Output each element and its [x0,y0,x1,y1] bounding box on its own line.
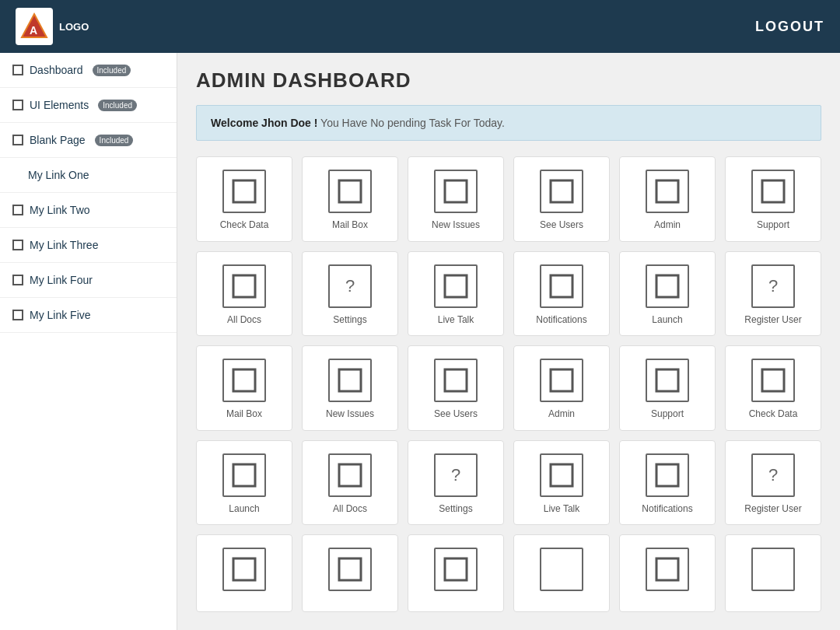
dash-card-check-data-1[interactable]: Check Data [196,156,292,242]
checkbox-my-link-four [12,275,23,285]
svg-rect-14 [445,369,467,391]
sidebar-item-my-link-five[interactable]: My Link Five [0,298,177,333]
card-icon-live-talk-1 [434,264,478,308]
sidebar-label-my-link-three: My Link Three [30,239,98,251]
sidebar-item-my-link-two[interactable]: My Link Two [0,193,177,228]
main-content: ADMIN DASHBOARD Welcome Jhon Doe ! You H… [177,53,840,630]
dash-card-admin-2[interactable]: Admin [513,345,610,431]
card-icon-all-docs-1 [222,264,266,308]
dash-card-all-docs-2[interactable]: All Docs [302,440,398,526]
dash-card-live-talk-1[interactable]: Live Talk [408,251,504,337]
logo-area: A LOGO [16,8,89,45]
card-label-check-data-1: Check Data [220,219,269,232]
card-icon-new-issues-1 [434,170,478,213]
svg-rect-9 [445,275,467,297]
card-icon-card-r5-4 [540,548,583,591]
card-icon-mail-box-2 [222,359,266,402]
svg-rect-17 [762,369,784,391]
dash-card-launch-1[interactable]: Launch [619,251,716,337]
svg-rect-25 [656,558,678,580]
sidebar-item-dashboard[interactable]: DashboardIncluded [0,53,177,88]
card-label-new-issues-1: New Issues [432,219,480,232]
checkbox-my-link-five [12,310,23,320]
card-icon-check-data-1 [222,170,266,213]
svg-rect-24 [445,558,467,580]
dash-card-see-users-2[interactable]: See Users [408,345,504,431]
card-label-mail-box-1: Mail Box [332,219,368,232]
svg-rect-19 [339,464,361,486]
dash-card-launch-2[interactable]: Launch [196,440,292,526]
dash-card-register-user-2[interactable]: ?Register User [725,440,821,526]
dash-card-card-r5-4[interactable] [513,534,610,612]
sidebar-label-my-link-two: My Link Two [30,204,90,216]
dash-card-new-issues-2[interactable]: New Issues [302,345,398,431]
dash-card-check-data-2[interactable]: Check Data [725,345,821,431]
dash-card-new-issues-1[interactable]: New Issues [408,156,504,242]
dashboard-row-1: All Docs?SettingsLive TalkNotificationsL… [196,251,821,337]
card-icon-mail-box-1 [328,170,372,213]
dash-card-see-users-1[interactable]: See Users [513,156,610,242]
app-header: A LOGO LOGOUT [0,0,840,53]
svg-rect-15 [551,369,572,391]
card-icon-support-2 [646,359,689,402]
dash-card-register-user-1[interactable]: ?Register User [725,251,821,337]
main-layout: DashboardIncludedUI ElementsIncludedBlan… [0,53,840,630]
svg-rect-12 [233,369,255,391]
dash-card-card-r5-1[interactable] [196,534,292,612]
card-label-register-user-2: Register User [744,503,801,516]
dash-card-all-docs-1[interactable]: All Docs [196,251,292,337]
welcome-bar: Welcome Jhon Doe ! You Have No pending T… [196,105,821,141]
card-label-see-users-1: See Users [540,219,583,232]
sidebar-item-blank-page[interactable]: Blank PageIncluded [0,123,177,158]
page-title: ADMIN DASHBOARD [196,68,821,93]
dash-card-admin-1[interactable]: Admin [619,156,716,242]
dash-card-card-r5-2[interactable] [302,534,398,612]
card-icon-register-user-1: ? [751,264,795,308]
dash-card-card-r5-5[interactable] [619,534,716,612]
svg-rect-2 [233,180,255,202]
sidebar-item-my-link-three[interactable]: My Link Three [0,228,177,263]
card-label-launch-2: Launch [229,503,259,516]
card-icon-card-r5-6 [751,548,795,591]
sidebar-item-my-link-one[interactable]: My Link One [0,158,177,193]
welcome-strong: Welcome Jhon Doe ! [211,117,317,129]
dash-card-settings-2[interactable]: ?Settings [408,440,504,526]
dash-card-card-r5-6[interactable] [725,534,821,612]
logout-button[interactable]: LOGOUT [755,19,824,35]
card-icon-notifications-2 [646,453,689,497]
dash-card-notifications-2[interactable]: Notifications [619,440,716,526]
card-icon-card-r5-1 [222,548,266,591]
card-icon-card-r5-5 [646,548,689,591]
card-label-register-user-1: Register User [744,314,801,327]
svg-rect-3 [339,180,361,202]
card-label-notifications-1: Notifications [536,314,586,327]
dash-card-support-2[interactable]: Support [619,345,716,431]
dash-card-live-talk-2[interactable]: Live Talk [513,440,610,526]
card-icon-support-1 [751,170,795,213]
dash-card-settings-1[interactable]: ?Settings [302,251,398,337]
card-icon-check-data-2 [751,359,795,402]
dashboard-grid: Check DataMail BoxNew IssuesSee UsersAdm… [196,156,821,612]
dash-card-support-1[interactable]: Support [725,156,821,242]
card-icon-admin-2 [540,359,583,402]
sidebar-item-my-link-four[interactable]: My Link Four [0,263,177,298]
card-label-admin-1: Admin [654,219,681,232]
card-label-new-issues-2: New Issues [326,408,374,421]
dash-card-notifications-1[interactable]: Notifications [513,251,610,337]
svg-rect-22 [233,558,255,580]
card-label-see-users-2: See Users [434,408,478,421]
dash-card-mail-box-2[interactable]: Mail Box [196,345,292,431]
checkbox-my-link-three [12,240,23,250]
dash-card-mail-box-1[interactable]: Mail Box [302,156,398,242]
sidebar-label-blank-page: Blank Page [30,134,86,146]
svg-rect-6 [656,180,678,202]
sidebar-label-my-link-one: My Link One [28,169,89,181]
dash-card-card-r5-3[interactable] [408,534,504,612]
welcome-text: You Have No pending Task For Today. [317,117,505,129]
card-label-notifications-2: Notifications [642,503,692,516]
card-icon-launch-2 [222,453,266,497]
svg-rect-21 [656,464,678,486]
sidebar-item-ui-elements[interactable]: UI ElementsIncluded [0,88,177,123]
card-label-launch-1: Launch [652,314,682,327]
card-label-check-data-2: Check Data [749,408,798,421]
